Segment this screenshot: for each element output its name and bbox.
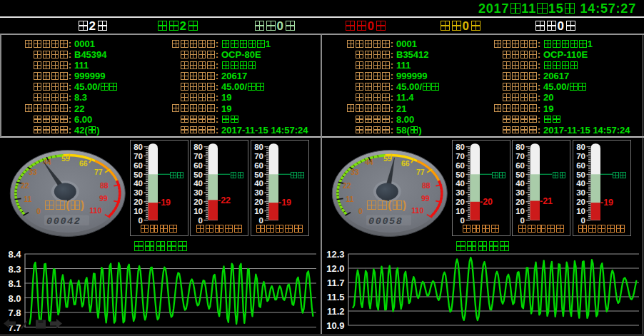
svg-text:60: 60 bbox=[254, 161, 263, 170]
svg-text:10: 10 bbox=[134, 207, 143, 215]
svg-text:22: 22 bbox=[21, 181, 29, 190]
svg-text:88: 88 bbox=[422, 181, 431, 190]
svg-text:33: 33 bbox=[29, 168, 37, 176]
svg-text:30: 30 bbox=[134, 188, 143, 197]
svg-text:70: 70 bbox=[576, 152, 585, 161]
svg-text:66: 66 bbox=[401, 159, 410, 168]
svg-text:70: 70 bbox=[134, 152, 143, 161]
svg-text:20: 20 bbox=[456, 198, 465, 206]
svg-text:50: 50 bbox=[576, 170, 585, 179]
svg-text:20: 20 bbox=[254, 198, 263, 206]
svg-text:-19: -19 bbox=[158, 198, 171, 208]
svg-text:44: 44 bbox=[365, 158, 373, 166]
svg-text:60: 60 bbox=[134, 161, 143, 170]
svg-text:50: 50 bbox=[134, 170, 143, 179]
svg-text:10: 10 bbox=[456, 207, 465, 215]
svg-text:10: 10 bbox=[576, 207, 585, 215]
svg-text:10: 10 bbox=[193, 207, 203, 215]
svg-text:50: 50 bbox=[456, 170, 465, 179]
svg-text:77: 77 bbox=[94, 168, 103, 176]
svg-text:77: 77 bbox=[416, 168, 425, 176]
svg-text:40: 40 bbox=[456, 179, 465, 188]
svg-text:30: 30 bbox=[254, 188, 263, 197]
svg-text:50: 50 bbox=[193, 170, 203, 179]
svg-text:-20: -20 bbox=[480, 197, 493, 207]
svg-text:10: 10 bbox=[515, 207, 525, 215]
svg-text:40: 40 bbox=[193, 179, 203, 188]
svg-text:70: 70 bbox=[254, 152, 263, 161]
svg-text:00042: 00042 bbox=[46, 216, 81, 227]
svg-text:40: 40 bbox=[134, 179, 143, 188]
svg-text:30: 30 bbox=[456, 188, 465, 197]
svg-text:60: 60 bbox=[193, 161, 203, 170]
svg-text:80: 80 bbox=[134, 143, 143, 151]
svg-text:-22: -22 bbox=[218, 195, 231, 205]
svg-text:20: 20 bbox=[576, 198, 585, 206]
svg-text:70: 70 bbox=[193, 152, 203, 161]
svg-text:20: 20 bbox=[193, 198, 203, 206]
svg-text:-21: -21 bbox=[540, 196, 553, 206]
svg-text:20: 20 bbox=[134, 198, 143, 206]
svg-text:33: 33 bbox=[351, 168, 359, 176]
svg-text:70: 70 bbox=[515, 152, 525, 161]
svg-text:40: 40 bbox=[515, 179, 525, 188]
svg-text:30: 30 bbox=[576, 188, 585, 197]
svg-text:80: 80 bbox=[193, 143, 203, 151]
svg-text:60: 60 bbox=[456, 161, 465, 170]
svg-text:80: 80 bbox=[515, 143, 525, 151]
svg-text:22: 22 bbox=[343, 181, 351, 190]
svg-text:80: 80 bbox=[576, 143, 585, 151]
svg-text:60: 60 bbox=[576, 161, 585, 170]
svg-text:-19: -19 bbox=[600, 198, 613, 208]
svg-text:-19: -19 bbox=[278, 198, 291, 208]
svg-text:30: 30 bbox=[193, 188, 203, 197]
svg-text:40: 40 bbox=[254, 179, 263, 188]
svg-text:66: 66 bbox=[79, 159, 88, 168]
svg-text:70: 70 bbox=[456, 152, 465, 161]
svg-text:50: 50 bbox=[254, 170, 263, 179]
svg-text:50: 50 bbox=[515, 170, 525, 179]
svg-text:44: 44 bbox=[43, 158, 51, 166]
svg-text:10: 10 bbox=[254, 207, 263, 215]
svg-text:00058: 00058 bbox=[368, 216, 403, 227]
svg-text:80: 80 bbox=[254, 143, 263, 151]
svg-text:40: 40 bbox=[576, 179, 585, 188]
svg-text:80: 80 bbox=[456, 143, 465, 151]
svg-text:55: 55 bbox=[61, 154, 70, 163]
svg-text:20: 20 bbox=[515, 198, 525, 206]
svg-text:55: 55 bbox=[383, 154, 392, 163]
svg-text:88: 88 bbox=[100, 181, 109, 190]
svg-text:60: 60 bbox=[515, 161, 525, 170]
svg-text:30: 30 bbox=[515, 188, 525, 197]
